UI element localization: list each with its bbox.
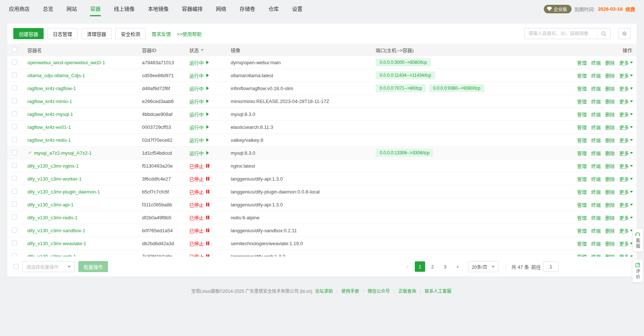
container-name-link[interactable]: dify_v130_c3mr-api-1	[27, 202, 74, 208]
batch-operation-select[interactable]: 请选择批量操作	[22, 261, 75, 272]
action-delete[interactable]: 删除	[605, 85, 615, 92]
row-checkbox[interactable]	[12, 85, 17, 90]
action-terminal[interactable]: 终端	[591, 150, 601, 157]
container-name-link[interactable]: dify_v130_c3mr-weaviate-1	[27, 241, 86, 246]
action-more[interactable]: 更多	[619, 59, 633, 66]
action-more[interactable]: 更多	[619, 150, 633, 157]
action-terminal[interactable]: 终端	[591, 98, 601, 105]
action-manage[interactable]: 管理	[577, 150, 587, 157]
search-button[interactable]	[597, 28, 610, 39]
row-checkbox[interactable]	[12, 189, 17, 194]
page-size-select[interactable]: 20条/页	[468, 261, 498, 272]
container-name-link[interactable]: dify_v130_c3mr-worker-1	[27, 176, 82, 182]
action-manage[interactable]: 管理	[577, 214, 587, 221]
action-manage[interactable]: 管理	[577, 111, 587, 118]
footer-link[interactable]: 论坛求助	[315, 289, 333, 294]
action-delete[interactable]: 删除	[605, 175, 615, 182]
action-manage[interactable]: 管理	[577, 72, 587, 79]
action-more[interactable]: 更多	[619, 137, 633, 144]
row-checkbox[interactable]	[12, 202, 17, 207]
pause-icon[interactable]	[206, 254, 209, 257]
action-delete[interactable]: 删除	[605, 124, 615, 131]
pause-icon[interactable]	[206, 177, 209, 181]
nav-tab-settings[interactable]: 设置	[292, 0, 302, 18]
log-management-button[interactable]: 日志管理	[47, 28, 78, 39]
pause-icon[interactable]	[206, 229, 209, 232]
action-terminal[interactable]: 终端	[591, 201, 601, 208]
row-checkbox[interactable]	[12, 176, 17, 181]
play-icon[interactable]	[206, 112, 209, 116]
row-checkbox[interactable]	[12, 72, 17, 78]
action-more[interactable]: 更多	[619, 253, 633, 257]
support-widget[interactable]: 客服	[632, 228, 643, 252]
help-link[interactable]: >>使用帮助	[177, 30, 201, 37]
container-name-link[interactable]: openwebui_iwcd-openwebui_iwcD-1	[27, 60, 105, 65]
search-input[interactable]	[525, 31, 597, 36]
action-manage[interactable]: 管理	[577, 162, 587, 169]
settings-button[interactable]	[618, 28, 631, 39]
action-manage[interactable]: 管理	[577, 201, 587, 208]
footer-link[interactable]: 联系人工客服	[425, 289, 451, 294]
action-manage[interactable]: 管理	[577, 240, 587, 247]
action-delete[interactable]: 删除	[605, 253, 615, 257]
action-terminal[interactable]: 终端	[591, 240, 601, 247]
footer-link[interactable]: 微信公众号	[367, 289, 390, 294]
batch-apply-button[interactable]: 批量操作	[78, 261, 108, 272]
container-name-link[interactable]: ragflow_kr4z-redis-1	[27, 137, 71, 143]
create-container-button[interactable]: 创建容器	[13, 28, 44, 39]
row-checkbox[interactable]	[12, 227, 17, 233]
license-badge[interactable]: 企业版	[544, 5, 572, 13]
play-icon[interactable]	[206, 61, 209, 64]
row-checkbox[interactable]	[12, 150, 17, 155]
row-checkbox[interactable]	[12, 111, 17, 116]
row-checkbox[interactable]	[12, 59, 17, 65]
container-name-link[interactable]: ragflow_kr4z-minio-1	[27, 99, 72, 104]
play-icon[interactable]	[206, 99, 209, 103]
nav-tab-overview[interactable]: 总览	[43, 0, 53, 18]
action-delete[interactable]: 删除	[605, 201, 615, 208]
nav-tab-registry[interactable]: 仓库	[268, 0, 279, 18]
action-terminal[interactable]: 终端	[591, 162, 601, 169]
action-delete[interactable]: 删除	[605, 227, 615, 234]
action-manage[interactable]: 管理	[577, 59, 587, 66]
container-name-link[interactable]: dify_v130_c3mr-redis-1	[27, 215, 78, 220]
action-more[interactable]: 更多	[619, 111, 633, 118]
container-name-link[interactable]: dify_v130_c3mr-sandbox-1	[27, 228, 85, 233]
action-more[interactable]: 更多	[619, 240, 633, 247]
action-manage[interactable]: 管理	[577, 253, 587, 257]
play-icon[interactable]	[206, 151, 209, 155]
action-delete[interactable]: 删除	[605, 98, 615, 105]
action-delete[interactable]: 删除	[605, 72, 615, 79]
action-more[interactable]: 更多	[619, 227, 633, 234]
security-check-button[interactable]: 安全检测	[115, 28, 146, 39]
feedback-link[interactable]: 需求反馈	[152, 30, 171, 37]
action-manage[interactable]: 管理	[577, 188, 587, 195]
action-more[interactable]: 更多	[619, 124, 633, 131]
action-more[interactable]: 更多	[619, 201, 633, 208]
nav-tab-network[interactable]: 网络	[216, 0, 226, 18]
goto-page-input[interactable]	[543, 261, 559, 272]
next-page-button[interactable]: ›	[453, 261, 463, 272]
container-name-link[interactable]: ragflow_kr4z-ragflow-1	[27, 86, 76, 91]
clean-containers-button[interactable]: 清理容器	[81, 28, 112, 39]
nav-tab-website[interactable]: 网站	[67, 0, 77, 18]
action-terminal[interactable]: 终端	[591, 227, 601, 234]
action-terminal[interactable]: 终端	[591, 124, 601, 131]
action-delete[interactable]: 删除	[605, 188, 615, 195]
footer-link[interactable]: 使用手册	[341, 289, 359, 294]
action-terminal[interactable]: 终端	[591, 111, 601, 118]
pause-icon[interactable]	[206, 164, 209, 168]
play-icon[interactable]	[206, 86, 209, 90]
nav-tab-container[interactable]: 容器	[90, 0, 101, 18]
action-more[interactable]: 更多	[619, 214, 633, 221]
action-delete[interactable]: 删除	[605, 59, 615, 66]
feedback-widget[interactable]: 评价	[632, 259, 643, 282]
container-name-link[interactable]: dify_v130_c3mr-web-1	[27, 254, 76, 257]
play-icon[interactable]	[206, 138, 209, 142]
nav-tab-app-store[interactable]: 应用商店	[9, 0, 30, 18]
action-terminal[interactable]: 终端	[591, 137, 601, 144]
action-terminal[interactable]: 终端	[591, 85, 601, 92]
batch-select-all-checkbox[interactable]	[13, 264, 18, 269]
action-more[interactable]: 更多	[619, 188, 633, 195]
row-checkbox[interactable]	[12, 253, 17, 257]
